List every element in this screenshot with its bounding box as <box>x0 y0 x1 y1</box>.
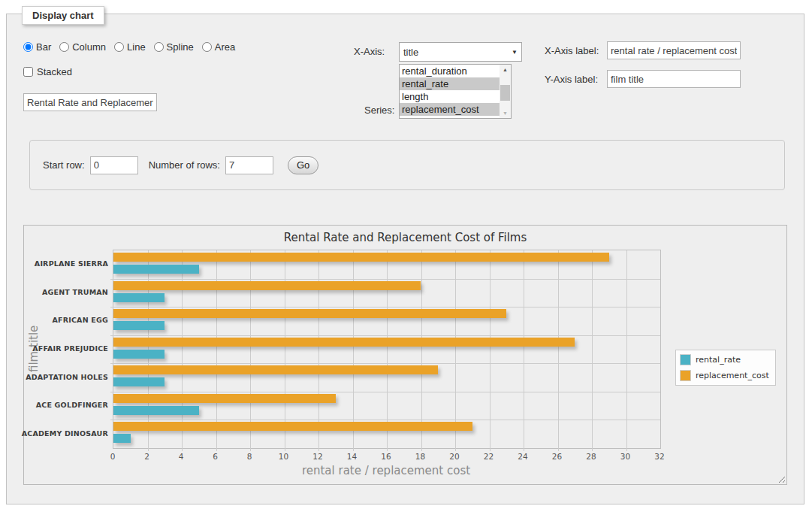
x-tick-label: 28 <box>586 452 596 461</box>
number-of-rows-label: Number of rows: <box>149 159 220 171</box>
bar-rental_rate <box>113 434 131 443</box>
x-tick-label: 0 <box>110 452 116 461</box>
start-row-input[interactable] <box>90 156 138 174</box>
y-category-label: ACADEMY DINOSAUR <box>42 419 108 447</box>
x-tick-label: 20 <box>449 452 459 461</box>
y-axis-label-caption: Y-Axis label: <box>545 74 598 85</box>
stacked-label: Stacked <box>37 66 72 77</box>
series-option-rental_rate[interactable]: rental_rate <box>400 77 500 90</box>
x-axis-select-label: X-Axis: <box>354 46 385 57</box>
bar-replacement_cost <box>113 422 472 431</box>
series-option-replacement_cost[interactable]: replacement_cost <box>400 103 500 116</box>
start-row-label: Start row: <box>43 159 85 171</box>
display-chart-fieldset: Display chart BarColumnLineSplineArea St… <box>6 14 804 504</box>
chart-type-option-spline[interactable]: Spline <box>154 41 194 53</box>
series-option-length[interactable]: length <box>400 90 500 103</box>
go-button[interactable]: Go <box>288 156 318 174</box>
series-options-list: rental_durationrental_ratelengthreplacem… <box>400 65 500 118</box>
chart-title: Rental Rate and Replacement Cost of Film… <box>24 231 786 244</box>
chart-type-radio-bar[interactable] <box>23 42 33 52</box>
category-band <box>113 250 660 279</box>
y-axis-label-input[interactable] <box>607 70 741 88</box>
chart-type-label-column: Column <box>72 41 106 53</box>
bar-rental_rate <box>113 377 165 386</box>
row-range-panel: Start row: Number of rows: Go <box>29 140 785 190</box>
y-category-labels: AIRPLANE SIERRAAGENT TRUMANAFRICAN EGGAF… <box>42 250 108 447</box>
category-band <box>113 279 660 308</box>
y-category-label: ADAPTATION HOLES <box>42 362 108 391</box>
scrollbar-down-arrow-icon[interactable]: ▼ <box>500 108 511 118</box>
chart-panel: Rental Rate and Replacement Cost of Film… <box>23 225 787 485</box>
chart-type-radio-group: BarColumnLineSplineArea <box>23 41 235 53</box>
plot-area <box>113 250 661 449</box>
series-listbox[interactable]: rental_durationrental_ratelengthreplacem… <box>399 64 512 119</box>
category-band <box>113 420 660 448</box>
bar-replacement_cost <box>113 365 438 374</box>
y-category-label: AFFAIR PREJUDICE <box>42 335 108 363</box>
x-tick-label: 12 <box>312 452 322 461</box>
chart-type-label-bar: Bar <box>36 41 51 53</box>
x-axis-label-caption: X-Axis label: <box>545 45 599 56</box>
legend-swatch-replacement_cost <box>680 370 691 381</box>
x-tick-label: 24 <box>518 452 527 461</box>
x-tick-label: 26 <box>552 452 562 461</box>
category-band <box>113 363 660 392</box>
legend-label-rental_rate: rental_rate <box>696 355 741 365</box>
resize-handle-icon[interactable] <box>777 474 785 483</box>
bar-replacement_cost <box>113 309 506 318</box>
scrollbar-up-arrow-icon[interactable]: ▲ <box>500 65 511 74</box>
bar-rental_rate <box>113 265 199 274</box>
chart-type-radio-spline[interactable] <box>154 42 164 52</box>
chart-type-radio-line[interactable] <box>114 42 124 52</box>
x-tick-label: 4 <box>179 452 184 461</box>
x-tick-label: 22 <box>484 452 494 461</box>
x-axis-label-input[interactable] <box>607 41 741 59</box>
bar-replacement_cost <box>113 281 421 290</box>
x-tick-label: 6 <box>213 452 218 461</box>
y-category-label: AFRICAN EGG <box>42 306 108 335</box>
bar-rental_rate <box>113 321 165 330</box>
legend-item-rental_rate: rental_rate <box>680 354 769 365</box>
chart-type-radio-area[interactable] <box>202 42 212 52</box>
number-of-rows-input[interactable] <box>225 156 273 174</box>
chart-type-option-line[interactable]: Line <box>114 41 146 53</box>
bar-rental_rate <box>113 350 165 359</box>
fieldset-legend: Display chart <box>22 6 104 25</box>
chart-type-radio-column[interactable] <box>59 42 69 52</box>
category-band <box>113 307 660 335</box>
stacked-checkbox[interactable] <box>23 67 33 77</box>
series-listbox-scrollbar[interactable]: ▲ ▼ <box>500 65 511 118</box>
chart-type-label-area: Area <box>215 41 235 53</box>
legend-swatch-rental_rate <box>680 354 691 365</box>
bar-rental_rate <box>113 293 165 302</box>
chart-type-option-area[interactable]: Area <box>202 41 235 53</box>
series-option-rental_duration[interactable]: rental_duration <box>400 65 500 77</box>
chart-type-option-bar[interactable]: Bar <box>23 41 51 53</box>
x-tick-label: 14 <box>347 452 357 461</box>
x-axis-select[interactable]: title ▼ <box>399 42 522 62</box>
chart-legend: rental_ratereplacement_cost <box>675 350 776 386</box>
x-tick-label: 8 <box>247 452 252 461</box>
legend-label-replacement_cost: replacement_cost <box>696 371 769 380</box>
x-tick-label: 30 <box>620 452 630 461</box>
series-select-label: Series: <box>364 105 394 116</box>
bar-replacement_cost <box>113 338 575 347</box>
x-tick-label: 16 <box>381 452 391 461</box>
bar-rental_rate <box>113 406 199 415</box>
stacked-checkbox-option[interactable]: Stacked <box>23 66 72 77</box>
scrollbar-thumb[interactable] <box>500 85 510 101</box>
y-category-label: AIRPLANE SIERRA <box>42 250 108 278</box>
x-tick-labels: 02468101214161820222426283032 <box>113 452 660 462</box>
x-axis-selected-value: title <box>403 47 418 58</box>
x-tick-label: 18 <box>415 452 425 461</box>
category-band <box>113 335 660 364</box>
bar-replacement_cost <box>113 394 336 403</box>
chart-title-input[interactable] <box>23 93 157 111</box>
x-tick-label: 2 <box>144 452 149 461</box>
x-tick-label: 10 <box>279 452 288 461</box>
chart-type-option-column[interactable]: Column <box>59 41 106 53</box>
chart-x-axis-title: rental rate / replacement cost <box>113 464 660 477</box>
x-tick-label: 32 <box>654 452 664 461</box>
category-band <box>113 392 660 420</box>
chart-type-label-line: Line <box>127 41 146 53</box>
